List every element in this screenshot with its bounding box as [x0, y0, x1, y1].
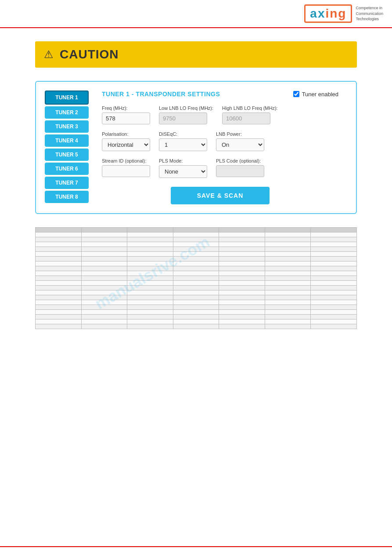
table-row — [36, 276, 357, 281]
table-cell — [265, 310, 311, 315]
table-cell — [36, 281, 82, 286]
form-row-3: Stream ID (optional): PLS Mode: None Roo… — [102, 158, 338, 178]
table-cell — [173, 271, 219, 276]
freq-group: Freq (MHz): — [102, 105, 150, 124]
table-cell — [127, 237, 173, 242]
table-cell — [265, 276, 311, 281]
diseqc-select[interactable]: 1 2 3 4 — [159, 138, 207, 151]
table-row — [36, 242, 357, 247]
table-row — [36, 300, 357, 305]
table-cell — [36, 305, 82, 310]
save-scan-button[interactable]: SAVE & SCAN — [171, 187, 270, 204]
polarisation-select[interactable]: Horizontal Vertical — [102, 138, 150, 151]
table-cell — [173, 237, 219, 242]
tuner-button-3[interactable]: TUNER 3 — [45, 120, 89, 133]
table-cell — [219, 300, 265, 305]
table-cell — [219, 290, 265, 295]
col-header-5 — [219, 228, 265, 232]
tuner-button-4[interactable]: TUNER 4 — [45, 134, 89, 147]
table-cell — [36, 247, 82, 252]
table-cell — [127, 271, 173, 276]
table-cell — [311, 252, 357, 257]
table-cell — [311, 271, 357, 276]
table-cell — [173, 286, 219, 290]
table-cell — [219, 324, 265, 329]
logo: axing — [304, 4, 352, 23]
table-cell — [81, 261, 127, 266]
table-cell — [219, 252, 265, 257]
table-cell — [219, 281, 265, 286]
table-cell — [127, 261, 173, 266]
table-row — [36, 286, 357, 290]
tuner-button-1[interactable]: TUNER 1 — [45, 91, 89, 105]
high-lnb-label: High LNB LO Freq (MHz): — [222, 105, 278, 111]
table-cell — [127, 257, 173, 261]
pls-code-group: PLS Code (optional): — [216, 158, 264, 178]
table-cell — [81, 310, 127, 315]
table-cell — [219, 237, 265, 242]
settings-title: TUNER 1 - TRANSPONDER SETTINGS — [102, 91, 220, 98]
table-row — [36, 310, 357, 315]
table-cell — [127, 242, 173, 247]
table-cell — [173, 290, 219, 295]
table-cell — [127, 315, 173, 319]
tuner-enabled-checkbox[interactable] — [293, 91, 299, 97]
table-cell — [173, 232, 219, 237]
tuner-button-8[interactable]: TUNER 8 — [45, 191, 89, 203]
stream-id-input[interactable] — [102, 165, 150, 177]
table-cell — [173, 242, 219, 247]
table-cell — [219, 266, 265, 271]
table-cell — [127, 319, 173, 324]
col-header-6 — [265, 228, 311, 232]
table-cell — [36, 324, 82, 329]
polarisation-label: Polarisation: — [102, 131, 150, 137]
table-cell — [36, 252, 82, 257]
col-header-1 — [36, 228, 82, 232]
table-row — [36, 315, 357, 319]
table-cell — [219, 242, 265, 247]
table-cell — [265, 286, 311, 290]
tuner-enabled-label[interactable]: Tuner enabled — [293, 91, 338, 98]
form-row-1: Freq (MHz): Low LNB LO Freq (MHz): High … — [102, 105, 338, 124]
lnb-power-label: LNB Power: — [216, 131, 264, 137]
table-cell — [219, 247, 265, 252]
table-cell — [219, 319, 265, 324]
table-cell — [265, 257, 311, 261]
table-cell — [219, 271, 265, 276]
diseqc-group: DiSEqC: 1 2 3 4 — [159, 131, 207, 151]
table-cell — [81, 286, 127, 290]
table-row — [36, 261, 357, 266]
table-cell — [311, 276, 357, 281]
caution-banner: ⚠ CAUTION — [35, 41, 357, 68]
table-cell — [36, 286, 82, 290]
table-cell — [81, 290, 127, 295]
table-cell — [36, 261, 82, 266]
table-cell — [173, 266, 219, 271]
table-cell — [36, 295, 82, 300]
table-row — [36, 232, 357, 237]
table-cell — [81, 319, 127, 324]
settings-panel: TUNER 1 - TRANSPONDER SETTINGS Tuner ena… — [93, 91, 347, 204]
tuner-button-2[interactable]: TUNER 2 — [45, 106, 89, 119]
table-cell — [219, 295, 265, 300]
table-cell — [265, 305, 311, 310]
table-cell — [81, 247, 127, 252]
table-cell — [36, 319, 82, 324]
tuner-button-6[interactable]: TUNER 6 — [45, 163, 89, 175]
table-cell — [81, 242, 127, 247]
polarisation-group: Polarisation: Horizontal Vertical — [102, 131, 150, 151]
table-cell — [81, 237, 127, 242]
table-row — [36, 252, 357, 257]
table-cell — [173, 252, 219, 257]
tuner-button-7[interactable]: TUNER 7 — [45, 177, 89, 189]
table-cell — [265, 281, 311, 286]
pls-mode-select[interactable]: None Root Gold — [159, 165, 207, 178]
table-cell — [127, 286, 173, 290]
table-cell — [127, 281, 173, 286]
freq-input[interactable] — [102, 112, 150, 124]
table-cell — [173, 276, 219, 281]
table-header-row — [36, 228, 357, 232]
tuner-button-5[interactable]: TUNER 5 — [45, 149, 89, 161]
table-cell — [311, 247, 357, 252]
lnb-power-select[interactable]: On Off — [216, 138, 264, 151]
